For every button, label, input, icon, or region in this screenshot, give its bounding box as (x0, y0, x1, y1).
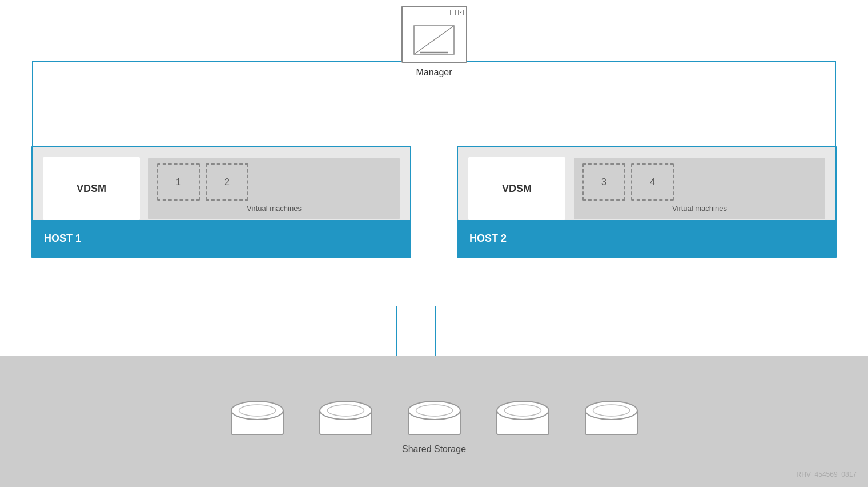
host2-vm-label: Virtual machines (582, 204, 817, 213)
host2-content-row: VDSM 3 4 Virtual machines (468, 157, 825, 220)
host1-vdsm: VDSM (43, 157, 140, 220)
disk-5 (584, 400, 638, 437)
host1-vm1: 1 (157, 163, 200, 201)
host1-box: VDSM 1 2 Virtual machines (31, 146, 411, 258)
manager-section: – × Manager (0, 6, 868, 78)
host2-vm-boxes-row: 3 4 (582, 163, 817, 201)
host1-footer: HOST 1 (33, 220, 410, 257)
host2-vms-section: 3 4 Virtual machines (574, 158, 825, 219)
host2-inner: VDSM 3 4 Virtual machines (458, 147, 835, 220)
storage-disks-row (230, 400, 638, 437)
host2-vm3: 3 (582, 163, 625, 201)
host2-vm4: 4 (631, 163, 674, 201)
host1-vm2: 2 (206, 163, 248, 201)
minimize-btn: – (450, 10, 456, 15)
host1-vms-section: 1 2 Virtual machines (148, 158, 400, 219)
host2-box: VDSM 3 4 Virtual machines (457, 146, 837, 258)
manager-icon: – × (401, 6, 467, 63)
host2-vdsm: VDSM (468, 157, 565, 220)
disk-4 (496, 400, 550, 437)
disk-1 (230, 400, 284, 437)
diagram-container: – × Manager VDSM (0, 0, 868, 487)
svg-line-10 (414, 26, 454, 54)
storage-label: Shared Storage (402, 444, 466, 454)
host1-vm-label: Virtual machines (157, 204, 391, 213)
disk-3-connected (407, 400, 461, 437)
close-btn: × (458, 10, 464, 15)
manager-icon-body (403, 18, 466, 62)
host1-name: HOST 1 (44, 233, 81, 245)
hosts-section: VDSM 1 2 Virtual machines (31, 146, 837, 258)
host1-content-row: VDSM 1 2 Virtual machines (43, 157, 400, 220)
storage-section: Shared Storage (0, 356, 868, 487)
host2-footer: HOST 2 (458, 220, 835, 257)
watermark: RHV_454569_0817 (797, 470, 857, 478)
manager-label: Manager (416, 67, 452, 78)
host2-name: HOST 2 (469, 233, 507, 245)
host1-vm-boxes-row: 1 2 (157, 163, 391, 201)
manager-titlebar: – × (403, 7, 466, 18)
host1-inner: VDSM 1 2 Virtual machines (33, 147, 410, 220)
disk-2 (319, 400, 373, 437)
